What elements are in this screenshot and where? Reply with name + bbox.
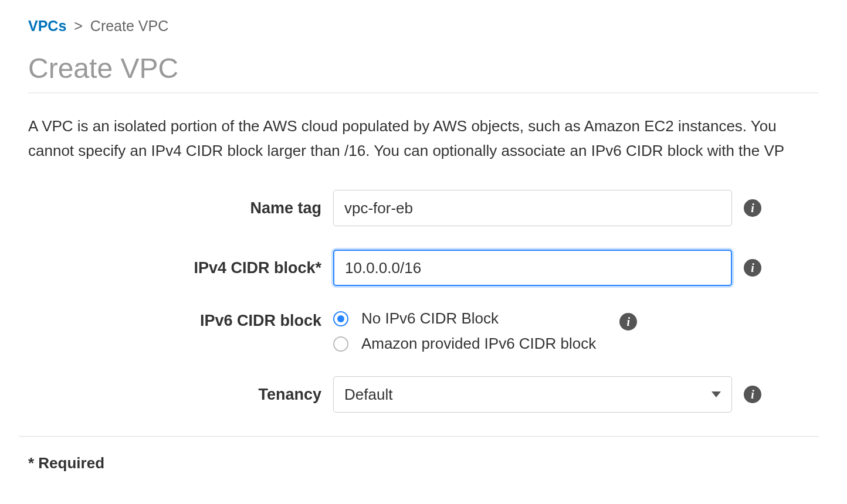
page-title: Create VPC bbox=[28, 52, 819, 84]
chevron-down-icon bbox=[712, 391, 721, 397]
radio-label-ipv6-amazon: Amazon provided IPv6 CIDR block bbox=[361, 335, 596, 353]
required-note: * Required bbox=[28, 454, 819, 472]
select-tenancy[interactable]: Default bbox=[333, 376, 732, 413]
breadcrumb-separator: > bbox=[74, 18, 83, 34]
row-tenancy: Tenancy Default i bbox=[28, 376, 819, 413]
label-name-tag: Name tag bbox=[28, 199, 333, 217]
footer-divider bbox=[19, 436, 819, 437]
info-icon[interactable]: i bbox=[744, 259, 761, 277]
title-divider bbox=[28, 93, 819, 93]
radio-ipv6-amazon[interactable]: Amazon provided IPv6 CIDR block bbox=[333, 335, 596, 353]
info-icon[interactable]: i bbox=[744, 199, 761, 217]
radio-label-ipv6-none: No IPv6 CIDR Block bbox=[361, 309, 499, 328]
breadcrumb: VPCs > Create VPC bbox=[28, 18, 819, 35]
input-name-tag[interactable] bbox=[333, 190, 732, 226]
radio-circle-icon bbox=[333, 336, 348, 352]
radio-ipv6-none[interactable]: No IPv6 CIDR Block bbox=[333, 309, 596, 328]
page-description: A VPC is an isolated portion of the AWS … bbox=[28, 114, 819, 163]
row-ipv6-cidr: IPv6 CIDR block No IPv6 CIDR Block Amazo… bbox=[28, 309, 819, 353]
breadcrumb-link-vpcs[interactable]: VPCs bbox=[28, 18, 66, 34]
row-ipv4-cidr: IPv4 CIDR block* i bbox=[28, 250, 819, 286]
label-tenancy: Tenancy bbox=[28, 386, 333, 404]
select-tenancy-value: Default bbox=[344, 386, 392, 404]
label-ipv6-cidr: IPv6 CIDR block bbox=[28, 309, 333, 330]
breadcrumb-current: Create VPC bbox=[90, 18, 168, 34]
input-ipv4-cidr[interactable] bbox=[333, 250, 732, 286]
info-icon[interactable]: i bbox=[619, 313, 637, 331]
row-name-tag: Name tag i bbox=[28, 190, 819, 226]
info-icon[interactable]: i bbox=[744, 386, 761, 403]
radio-circle-icon bbox=[333, 311, 348, 326]
label-ipv4-cidr: IPv4 CIDR block* bbox=[28, 259, 333, 277]
